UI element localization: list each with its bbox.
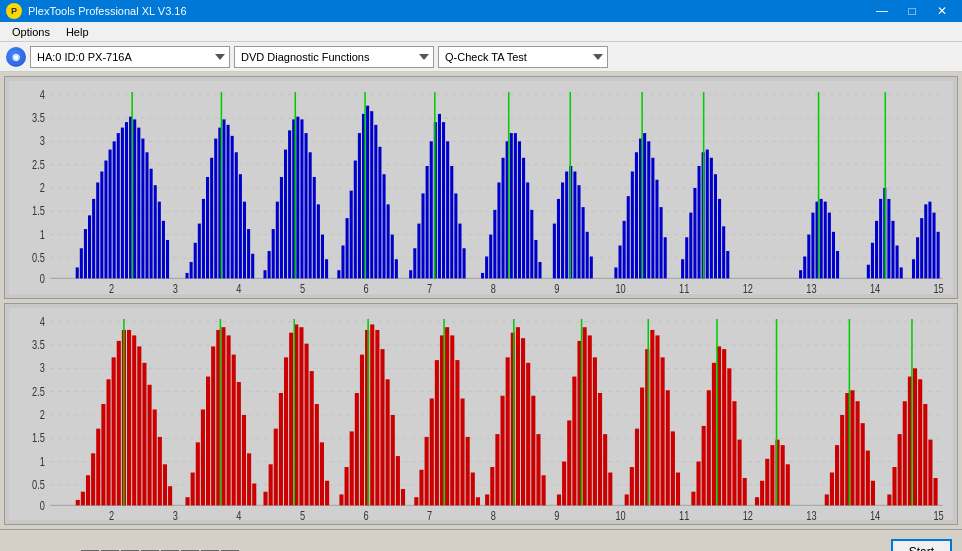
svg-rect-155 bbox=[635, 152, 638, 278]
svg-rect-172 bbox=[714, 174, 717, 278]
svg-rect-349 bbox=[671, 431, 675, 505]
menu-help[interactable]: Help bbox=[58, 24, 97, 40]
svg-rect-55 bbox=[166, 240, 169, 278]
svg-rect-89 bbox=[321, 235, 324, 279]
svg-text:3: 3 bbox=[40, 361, 45, 375]
bottom-right: Start i bbox=[891, 539, 952, 552]
svg-rect-160 bbox=[655, 180, 658, 279]
svg-rect-189 bbox=[871, 243, 874, 279]
svg-rect-378 bbox=[856, 401, 860, 505]
svg-rect-60 bbox=[198, 224, 201, 279]
svg-rect-328 bbox=[557, 494, 561, 505]
svg-rect-42 bbox=[113, 141, 116, 278]
svg-rect-204 bbox=[937, 232, 940, 279]
svg-rect-173 bbox=[718, 199, 721, 279]
svg-rect-347 bbox=[661, 357, 665, 505]
svg-rect-308 bbox=[450, 335, 454, 505]
svg-rect-377 bbox=[850, 390, 854, 505]
svg-rect-128 bbox=[502, 158, 505, 279]
svg-rect-130 bbox=[510, 133, 513, 278]
svg-rect-174 bbox=[722, 226, 725, 278]
function-select[interactable]: DVD Diagnostic Functions bbox=[234, 46, 434, 68]
svg-rect-54 bbox=[162, 221, 165, 279]
minimize-button[interactable]: — bbox=[868, 0, 896, 22]
svg-rect-360 bbox=[732, 401, 736, 505]
svg-rect-85 bbox=[305, 133, 308, 278]
svg-rect-317 bbox=[495, 434, 499, 505]
svg-rect-184 bbox=[828, 213, 831, 279]
start-button[interactable]: Start bbox=[891, 539, 952, 552]
svg-rect-186 bbox=[836, 251, 839, 278]
svg-rect-162 bbox=[664, 237, 667, 278]
svg-rect-367 bbox=[770, 445, 774, 505]
svg-rect-352 bbox=[691, 491, 695, 505]
svg-text:1: 1 bbox=[40, 227, 45, 241]
svg-rect-342 bbox=[635, 428, 639, 505]
svg-rect-152 bbox=[623, 221, 626, 279]
svg-rect-139 bbox=[553, 224, 556, 279]
svg-rect-68 bbox=[231, 136, 234, 279]
svg-text:12: 12 bbox=[743, 282, 753, 293]
svg-rect-147 bbox=[586, 232, 589, 279]
svg-rect-38 bbox=[96, 182, 99, 278]
svg-rect-194 bbox=[891, 221, 894, 279]
svg-text:5: 5 bbox=[300, 282, 305, 293]
menubar: Options Help bbox=[0, 22, 962, 42]
svg-rect-256 bbox=[168, 486, 172, 505]
svg-rect-273 bbox=[263, 491, 267, 505]
svg-rect-40 bbox=[104, 161, 107, 279]
window-controls: — □ ✕ bbox=[868, 0, 956, 22]
svg-text:2.5: 2.5 bbox=[32, 157, 45, 171]
svg-rect-380 bbox=[866, 450, 870, 505]
maximize-button[interactable]: □ bbox=[898, 0, 926, 22]
svg-rect-293 bbox=[370, 324, 374, 505]
svg-rect-324 bbox=[531, 395, 535, 505]
test-select[interactable]: Q-Check TA Test bbox=[438, 46, 608, 68]
close-button[interactable]: ✕ bbox=[928, 0, 956, 22]
svg-rect-336 bbox=[598, 393, 602, 505]
svg-rect-34 bbox=[80, 248, 83, 278]
menu-options[interactable]: Options bbox=[4, 24, 58, 40]
svg-rect-110 bbox=[417, 224, 420, 279]
bottom-chart-area: 4 3.5 3 2.5 2 1.5 1 0.5 0 2 3 4 5 6 7 8 … bbox=[9, 308, 953, 521]
svg-rect-76 bbox=[268, 251, 271, 278]
svg-rect-323 bbox=[526, 362, 530, 505]
svg-rect-331 bbox=[572, 376, 576, 505]
svg-text:3: 3 bbox=[40, 134, 45, 148]
svg-rect-274 bbox=[269, 464, 273, 505]
svg-text:2: 2 bbox=[109, 282, 114, 293]
svg-rect-99 bbox=[366, 106, 369, 279]
svg-rect-348 bbox=[666, 390, 670, 505]
svg-rect-372 bbox=[825, 494, 829, 505]
svg-rect-121 bbox=[463, 248, 466, 278]
svg-rect-148 bbox=[590, 256, 593, 278]
svg-rect-283 bbox=[315, 403, 319, 504]
svg-rect-64 bbox=[214, 139, 217, 279]
svg-rect-109 bbox=[413, 248, 416, 278]
svg-text:15: 15 bbox=[934, 509, 944, 520]
svg-rect-78 bbox=[276, 202, 279, 279]
drive-select[interactable]: HA:0 ID:0 PX-716A bbox=[30, 46, 230, 68]
svg-rect-164 bbox=[681, 259, 684, 278]
svg-rect-71 bbox=[243, 202, 246, 279]
svg-rect-36 bbox=[88, 215, 91, 278]
svg-rect-249 bbox=[132, 335, 136, 505]
svg-rect-73 bbox=[251, 254, 254, 279]
svg-text:11: 11 bbox=[679, 509, 689, 520]
svg-rect-66 bbox=[222, 119, 225, 278]
svg-rect-386 bbox=[903, 401, 907, 505]
svg-rect-50 bbox=[145, 152, 148, 278]
svg-rect-289 bbox=[350, 431, 354, 505]
svg-rect-287 bbox=[339, 494, 343, 505]
svg-text:4: 4 bbox=[40, 314, 45, 328]
svg-rect-261 bbox=[201, 409, 205, 505]
top-chart-area: 4 3.5 3 2.5 2 1.5 1 0.5 0 2 3 4 5 6 7 8 … bbox=[9, 81, 953, 294]
svg-rect-383 bbox=[887, 494, 891, 505]
svg-rect-124 bbox=[485, 256, 488, 278]
svg-rect-307 bbox=[445, 327, 449, 505]
svg-rect-250 bbox=[137, 346, 141, 505]
svg-rect-167 bbox=[693, 188, 696, 278]
svg-rect-294 bbox=[375, 329, 379, 504]
svg-text:3: 3 bbox=[173, 282, 178, 293]
main-area: 4 3.5 3 2.5 2 1.5 1 0.5 0 2 3 4 5 6 7 8 … bbox=[0, 72, 962, 529]
